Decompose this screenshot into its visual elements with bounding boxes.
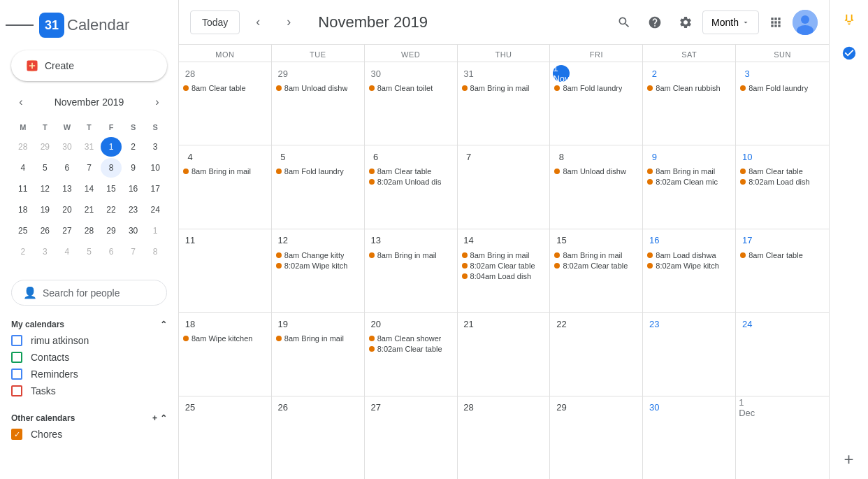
- calendar-checkbox[interactable]: [11, 335, 22, 346]
- mini-cal-day[interactable]: 6: [101, 242, 122, 262]
- mini-cal-day[interactable]: 30: [123, 221, 144, 241]
- prev-month-button[interactable]: ‹: [245, 10, 270, 35]
- cell-date[interactable]: 24: [739, 315, 755, 332]
- create-button[interactable]: Create: [11, 50, 167, 81]
- calendar-event[interactable]: 8:02am Wipe kitch: [646, 261, 732, 271]
- calendar-event[interactable]: 8am Bring in mail: [461, 250, 547, 260]
- mini-cal-day[interactable]: 3: [145, 137, 166, 157]
- next-month-button[interactable]: ›: [276, 10, 301, 35]
- right-panel-icon-1[interactable]: [835, 6, 863, 34]
- calendar-checkbox[interactable]: [11, 369, 22, 380]
- calendar-event[interactable]: 8am Fold laundry: [553, 83, 639, 93]
- calendar-event[interactable]: 8:04am Load dish: [461, 271, 547, 281]
- cell-date[interactable]: 29: [553, 399, 570, 416]
- calendar-event[interactable]: 8am Unload dishw: [275, 83, 361, 93]
- calendar-event[interactable]: 8am Bring in mail: [553, 250, 639, 260]
- calendar-event[interactable]: 8:02am Load dish: [739, 177, 826, 187]
- cell-date[interactable]: 16: [646, 232, 663, 249]
- calendar-checkbox[interactable]: [11, 429, 22, 440]
- apps-button[interactable]: [762, 8, 790, 36]
- calendar-event[interactable]: 8:02am Wipe kitch: [275, 261, 361, 271]
- mini-cal-day[interactable]: 2: [13, 242, 34, 262]
- cell-date[interactable]: 10: [739, 148, 755, 165]
- mini-cal-day[interactable]: 30: [57, 137, 78, 157]
- other-calendar-item[interactable]: Chores: [0, 426, 178, 443]
- mini-cal-day[interactable]: 4: [57, 242, 78, 262]
- mini-cal-day[interactable]: 5: [79, 242, 100, 262]
- mini-cal-day[interactable]: 2: [123, 137, 144, 157]
- calendar-event[interactable]: 8am Clear table: [739, 250, 826, 260]
- cell-date[interactable]: 22: [553, 315, 570, 332]
- calendar-checkbox[interactable]: [11, 385, 22, 396]
- calendar-event[interactable]: 8am Clear table: [739, 166, 826, 176]
- my-calendar-item[interactable]: rimu atkinson: [0, 332, 178, 349]
- mini-cal-day[interactable]: 28: [79, 221, 100, 241]
- calendar-event[interactable]: 8am Bring in mail: [368, 250, 454, 260]
- cell-date[interactable]: 31: [461, 65, 477, 82]
- cell-date[interactable]: 9: [646, 148, 663, 165]
- calendar-event[interactable]: 8:02am Unload dis: [368, 177, 454, 187]
- mini-cal-day[interactable]: 1: [101, 137, 122, 157]
- my-calendars-header[interactable]: My calendars ⌃: [0, 317, 178, 332]
- calendar-event[interactable]: 8:02am Clear table: [368, 344, 454, 354]
- mini-cal-day[interactable]: 22: [101, 200, 122, 220]
- calendar-event[interactable]: 8am Bring in mail: [646, 166, 732, 176]
- mini-cal-day[interactable]: 16: [123, 179, 144, 199]
- cell-date[interactable]: 23: [646, 315, 663, 332]
- mini-cal-day[interactable]: 20: [57, 200, 78, 220]
- calendar-event[interactable]: 8am Fold laundry: [275, 166, 361, 176]
- mini-cal-day[interactable]: 13: [57, 179, 78, 199]
- cell-date[interactable]: 18: [182, 315, 198, 332]
- calendar-event[interactable]: 8am Wipe kitchen: [182, 334, 268, 343]
- mini-cal-day[interactable]: 27: [57, 221, 78, 241]
- logo-area[interactable]: 31 Calendar: [39, 13, 129, 38]
- mini-cal-day[interactable]: 25: [13, 221, 34, 241]
- menu-icon[interactable]: [6, 11, 34, 39]
- right-panel-icon-2[interactable]: [835, 39, 863, 67]
- help-button[interactable]: [641, 8, 669, 36]
- cell-date[interactable]: 1 Dec: [739, 399, 755, 416]
- settings-button[interactable]: [672, 8, 700, 36]
- mini-cal-day[interactable]: 26: [35, 221, 56, 241]
- mini-cal-day[interactable]: 28: [13, 137, 34, 157]
- cell-date[interactable]: 12: [275, 232, 291, 249]
- calendar-event[interactable]: 8am Clean rubbish: [646, 83, 732, 93]
- mini-cal-day[interactable]: 14: [79, 179, 100, 199]
- calendar-event[interactable]: 8am Unload dishw: [553, 166, 639, 176]
- calendar-event[interactable]: 8am Clean toilet: [368, 83, 454, 93]
- cell-date[interactable]: 14: [461, 232, 477, 249]
- mini-cal-day[interactable]: 15: [101, 179, 122, 199]
- view-dropdown[interactable]: Month: [702, 10, 759, 34]
- cell-date[interactable]: 5: [275, 148, 291, 165]
- mini-cal-day[interactable]: 12: [35, 179, 56, 199]
- today-button[interactable]: Today: [190, 10, 240, 34]
- calendar-event[interactable]: 8am Fold laundry: [739, 83, 826, 93]
- mini-cal-day[interactable]: 31: [79, 137, 100, 157]
- calendar-event[interactable]: 8am Load dishwa: [646, 250, 732, 260]
- mini-cal-day[interactable]: 10: [145, 158, 166, 178]
- cell-date[interactable]: 29: [275, 65, 291, 82]
- calendar-event[interactable]: 8:02am Clear table: [461, 261, 547, 271]
- cell-date[interactable]: 3: [739, 65, 755, 82]
- calendar-event[interactable]: 8am Clear table: [368, 166, 454, 176]
- search-button[interactable]: [610, 8, 638, 36]
- cell-date[interactable]: 28: [182, 65, 198, 82]
- calendar-event[interactable]: 8:02am Clean mic: [646, 177, 732, 187]
- calendar-event[interactable]: 8am Change kitty: [275, 250, 361, 260]
- calendar-event[interactable]: 8:02am Clear table: [553, 261, 639, 271]
- cell-date[interactable]: 25: [182, 399, 198, 416]
- mini-cal-day[interactable]: 8: [101, 158, 122, 178]
- mini-cal-day[interactable]: 6: [57, 158, 78, 178]
- my-calendar-item[interactable]: Contacts: [0, 349, 178, 366]
- add-other-calendar-icon[interactable]: +: [152, 413, 157, 423]
- mini-cal-day[interactable]: 17: [145, 179, 166, 199]
- cell-date[interactable]: 19: [275, 315, 291, 332]
- mini-cal-day[interactable]: 5: [35, 158, 56, 178]
- cell-date[interactable]: 28: [461, 399, 477, 416]
- right-panel-add[interactable]: +: [835, 445, 863, 473]
- search-people-input[interactable]: 👤 Search for people: [11, 280, 167, 306]
- mini-cal-day[interactable]: 29: [101, 221, 122, 241]
- cell-date[interactable]: 6: [368, 148, 384, 165]
- my-calendar-item[interactable]: Reminders: [0, 366, 178, 383]
- cell-date[interactable]: 17: [739, 232, 755, 249]
